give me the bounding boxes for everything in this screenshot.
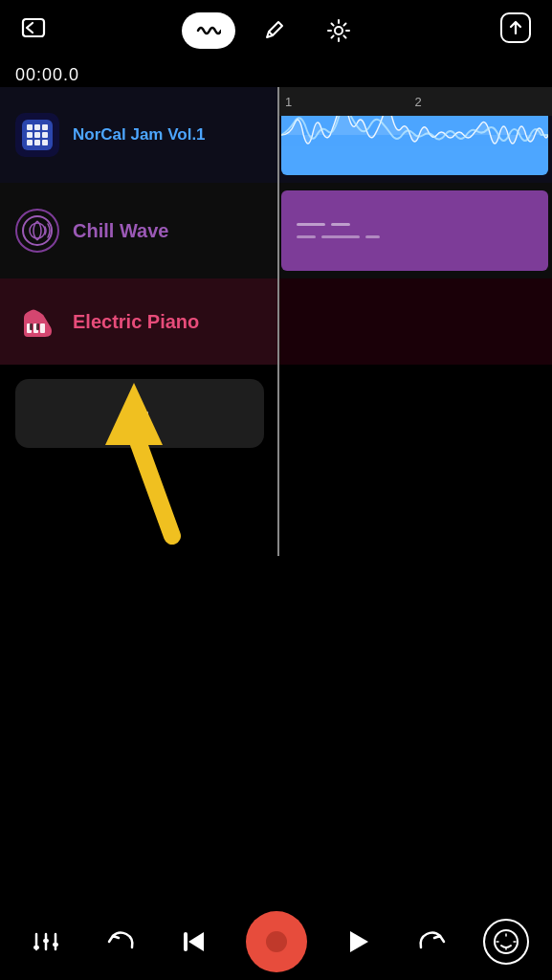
dash-row-2 — [297, 235, 533, 238]
add-icon: + — [129, 396, 149, 431]
ruler-mark-2: 2 — [415, 95, 422, 109]
time-display: 00:00.0 — [15, 65, 79, 84]
electric-track-info[interactable]: Electric Piano — [0, 278, 277, 365]
nav-center — [182, 12, 365, 49]
svg-point-1 — [335, 27, 342, 34]
electric-track-name: Electric Piano — [73, 311, 199, 333]
mixer-button[interactable] — [23, 919, 69, 965]
add-track-button[interactable]: + — [15, 379, 264, 448]
norcal-track-info[interactable]: NorCal Jam Vol.1 — [0, 87, 277, 183]
time-bar: 00:00.0 — [0, 61, 552, 87]
svg-point-13 — [23, 216, 52, 245]
chillwave-track-row: Chill Wave — [0, 183, 552, 278]
upload-button[interactable] — [498, 11, 533, 52]
chillwave-track-info[interactable]: Chill Wave — [0, 183, 277, 278]
svg-point-14 — [30, 223, 45, 238]
record-button-inner — [266, 931, 287, 952]
svg-rect-12 — [42, 140, 48, 145]
timeline-ruler: 1 2 — [277, 87, 552, 116]
svg-rect-28 — [184, 932, 188, 951]
sticker-button[interactable] — [483, 919, 529, 965]
electric-clip-area — [277, 278, 552, 365]
svg-rect-17 — [40, 323, 45, 333]
svg-rect-8 — [34, 132, 40, 138]
svg-rect-6 — [42, 124, 48, 130]
play-button[interactable] — [335, 919, 381, 965]
chillwave-track-name: Chill Wave — [73, 220, 168, 242]
electric-track-row: Electric Piano — [0, 278, 552, 365]
norcal-track-name: NorCal Jam Vol.1 — [73, 125, 206, 145]
svg-rect-4 — [27, 124, 33, 130]
svg-rect-19 — [36, 323, 39, 330]
svg-rect-7 — [27, 132, 33, 138]
pencil-tab[interactable] — [247, 12, 300, 49]
record-button[interactable] — [246, 911, 307, 972]
add-track-section: + — [0, 369, 277, 457]
svg-rect-25 — [33, 946, 39, 949]
electric-track-icon — [15, 300, 59, 344]
back-button[interactable] — [19, 13, 48, 49]
chillwave-track-icon — [15, 209, 59, 253]
svg-rect-18 — [30, 323, 33, 330]
bottom-bar — [0, 903, 552, 980]
svg-rect-26 — [43, 939, 49, 943]
undo-button[interactable] — [98, 919, 144, 965]
rewind-button[interactable] — [171, 919, 217, 965]
top-navigation — [0, 0, 552, 61]
svg-rect-27 — [53, 943, 58, 947]
main-content: NorCal Jam Vol.1 — [0, 87, 552, 556]
svg-rect-9 — [42, 132, 48, 138]
svg-rect-10 — [27, 140, 33, 145]
waveform-tab[interactable] — [182, 12, 235, 49]
norcal-track-icon — [15, 113, 59, 157]
chillwave-clip-area[interactable] — [277, 183, 552, 278]
svg-rect-11 — [34, 140, 40, 145]
settings-tab[interactable] — [312, 12, 365, 49]
dash-row-1 — [297, 223, 533, 226]
redo-button[interactable] — [409, 919, 455, 965]
ruler-mark-1: 1 — [285, 95, 292, 109]
chillwave-clip[interactable] — [281, 190, 548, 271]
svg-rect-5 — [34, 124, 40, 130]
